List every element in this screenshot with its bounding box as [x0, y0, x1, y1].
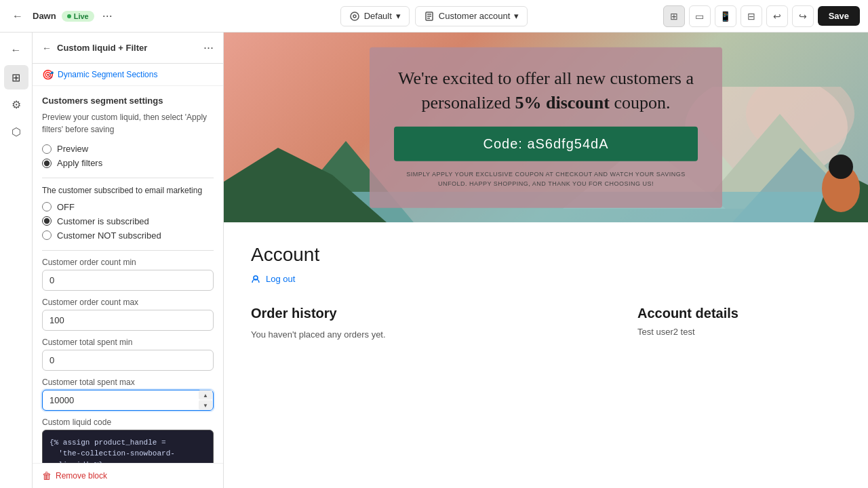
- section-title: Customers segment settings: [42, 96, 214, 106]
- tablet-icon-button[interactable]: ▭: [689, 5, 711, 27]
- topbar-right: ⊞ ▭ 📱 ⊟ ↩ ↪ Save: [533, 5, 860, 27]
- off-label: OFF: [57, 202, 75, 212]
- order-count-max-input[interactable]: [42, 310, 214, 331]
- hero-text: We're excited to offer all new customers…: [394, 66, 698, 116]
- topbar-left: ← Dawn Live ···: [8, 6, 335, 26]
- breadcrumb-link[interactable]: Dynamic Segment Sections: [58, 70, 157, 79]
- hero-highlight: 5% discount: [515, 93, 609, 113]
- main: ← ⊞ ⚙ ⬡ ← Custom liquid + Filter ··· 🎯 D…: [0, 33, 868, 488]
- off-radio-item[interactable]: OFF: [42, 202, 214, 212]
- not-subscribed-radio[interactable]: [42, 230, 52, 240]
- live-dot: [67, 14, 71, 18]
- account-section: Account Log out Order history You haven'…: [224, 222, 868, 361]
- page-button[interactable]: Customer account ▾: [415, 6, 528, 26]
- not-subscribed-radio-item[interactable]: Customer NOT subscribed: [42, 230, 214, 241]
- page-chevron-icon: ▾: [514, 11, 519, 21]
- svg-point-0: [351, 12, 359, 20]
- store-name: Dawn: [33, 11, 56, 21]
- off-radio[interactable]: [42, 202, 52, 211]
- panel-content: Customers segment settings Preview your …: [33, 86, 223, 463]
- spinner-buttons: ▲ ▼: [199, 390, 212, 410]
- preview-radio[interactable]: [42, 144, 52, 154]
- default-label: Default: [364, 11, 392, 21]
- page-icon: [424, 11, 435, 22]
- sidebar-blocks-button[interactable]: ⬡: [4, 119, 28, 144]
- sidebar-customize-button[interactable]: ⊞: [4, 65, 28, 89]
- desktop-icon-button[interactable]: ⊞: [663, 5, 685, 27]
- description: Preview your custom liquid, then select …: [42, 111, 214, 136]
- hero-section: We're excited to offer all new customers…: [224, 33, 868, 222]
- order-history-title: Order history: [251, 306, 610, 321]
- order-count-min-input[interactable]: [42, 270, 214, 291]
- canvas-inner: We're excited to offer all new customers…: [224, 33, 868, 488]
- custom-liquid-label: Custom liquid code: [42, 418, 214, 427]
- mobile-icon-button[interactable]: 📱: [715, 5, 736, 27]
- account-details-section: Account details Test user2 test: [637, 306, 841, 340]
- account-details-title: Account details: [637, 306, 841, 321]
- panel-back-button[interactable]: ←: [42, 43, 52, 54]
- divider-1: [42, 178, 214, 178]
- preview-label: Preview: [57, 144, 88, 154]
- topbar: ← Dawn Live ··· Default ▾ Customer accou…: [0, 0, 868, 33]
- email-section-title: The customer subscribed to email marketi…: [42, 185, 214, 197]
- page-label: Customer account: [439, 11, 511, 21]
- preview-radio-item[interactable]: Preview: [42, 144, 214, 154]
- order-count-min-label: Customer order count min: [42, 258, 214, 267]
- breadcrumb-icon: 🎯: [42, 69, 54, 80]
- sidebar-icons: ← ⊞ ⚙ ⬡: [0, 33, 33, 488]
- breadcrumb: 🎯 Dynamic Segment Sections: [33, 64, 223, 86]
- account-grid: Order history You haven't placed any ord…: [251, 306, 841, 340]
- hero-subtext: SIMPLY APPLY YOUR EXCLUSIVE COUPON AT CH…: [394, 169, 698, 189]
- divider-2: [42, 250, 214, 251]
- panel-more-button[interactable]: ···: [203, 41, 214, 55]
- subscribed-label: Customer is subscribed: [57, 216, 149, 226]
- more-button[interactable]: ···: [100, 6, 115, 26]
- undo-button[interactable]: ↩: [766, 5, 788, 27]
- layout-icon-button[interactable]: ⊟: [741, 5, 762, 27]
- spinner-down-button[interactable]: ▼: [199, 401, 212, 410]
- hero-text-end: coupon.: [610, 93, 671, 113]
- settings-icon: [349, 11, 360, 22]
- account-title: Account: [251, 244, 841, 266]
- total-spent-max-input[interactable]: [42, 390, 214, 411]
- order-history-empty: You haven't placed any orders yet.: [251, 329, 610, 340]
- redo-button[interactable]: ↪: [792, 5, 814, 27]
- panel-title: Custom liquid + Filter: [57, 43, 198, 53]
- remove-block-button[interactable]: 🗑 Remove block: [33, 463, 223, 488]
- apply-filters-radio-item[interactable]: Apply filters: [42, 158, 214, 168]
- custom-liquid-textarea[interactable]: {% assign product_handle = 'the-collecti…: [42, 430, 214, 463]
- logout-label: Log out: [266, 274, 295, 284]
- total-spent-max-wrapper: ▲ ▼: [42, 390, 214, 411]
- not-subscribed-label: Customer NOT subscribed: [57, 230, 161, 241]
- order-count-max-label: Customer order count max: [42, 298, 214, 307]
- sidebar-back-button[interactable]: ←: [4, 38, 28, 62]
- canvas: We're excited to offer all new customers…: [224, 33, 868, 488]
- sidebar-settings-button[interactable]: ⚙: [4, 92, 28, 117]
- panel: ← Custom liquid + Filter ··· 🎯 Dynamic S…: [33, 33, 224, 488]
- email-radio-group: OFF Customer is subscribed Customer NOT …: [42, 202, 214, 241]
- subscribed-radio[interactable]: [42, 216, 52, 226]
- logout-icon: [251, 274, 260, 284]
- default-button[interactable]: Default ▾: [340, 6, 410, 26]
- account-details-user: Test user2 test: [637, 327, 841, 337]
- preview-radio-group: Preview Apply filters: [42, 144, 214, 168]
- total-spent-max-label: Customer total spent max: [42, 378, 214, 387]
- total-spent-min-input[interactable]: [42, 350, 214, 371]
- svg-point-18: [829, 155, 853, 179]
- logout-link[interactable]: Log out: [251, 274, 841, 284]
- chevron-down-icon: ▾: [396, 11, 401, 21]
- save-button[interactable]: Save: [818, 6, 860, 26]
- order-history-section: Order history You haven't placed any ord…: [251, 306, 610, 340]
- live-label: Live: [74, 12, 89, 20]
- spinner-up-button[interactable]: ▲: [199, 390, 212, 400]
- topbar-center: Default ▾ Customer account ▾: [340, 6, 528, 26]
- back-button[interactable]: ←: [8, 7, 27, 26]
- svg-point-1: [353, 15, 356, 18]
- apply-filters-label: Apply filters: [57, 158, 102, 168]
- panel-header: ← Custom liquid + Filter ···: [33, 33, 223, 64]
- apply-filters-radio[interactable]: [42, 159, 52, 168]
- coupon-button[interactable]: Code: aS6dfg54dA: [394, 127, 698, 161]
- hero-overlay: We're excited to offer all new customers…: [370, 47, 722, 208]
- subscribed-radio-item[interactable]: Customer is subscribed: [42, 216, 214, 226]
- trash-icon: 🗑: [42, 470, 52, 481]
